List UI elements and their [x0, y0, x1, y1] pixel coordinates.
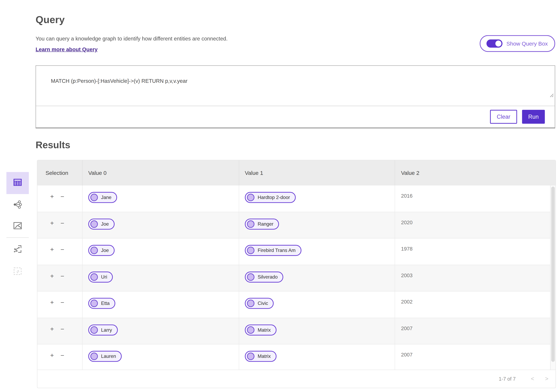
results-table: Selection Value 0 Value 1 Value 2 + − Ja… [37, 160, 556, 388]
collapse-row-button[interactable]: − [61, 326, 64, 332]
node-circle-icon [247, 300, 254, 307]
expand-row-button[interactable]: + [50, 220, 54, 226]
table-row: + − Etta Civic 2002 [37, 292, 550, 318]
year-value: 2016 [395, 185, 550, 212]
collapse-row-button[interactable]: − [61, 220, 64, 226]
person-node-chip[interactable]: Etta [88, 298, 115, 309]
expand-row-button[interactable]: + [50, 299, 54, 306]
node-circle-icon [247, 247, 254, 254]
pagination-next-icon[interactable]: > [545, 376, 549, 382]
node-circle-icon [90, 220, 98, 228]
year-value: 2007 [395, 318, 550, 344]
query-toolbar: Clear Run [36, 106, 555, 127]
sidebar-item-network-view[interactable] [10, 198, 25, 212]
node-circle-icon [247, 353, 254, 360]
network-icon [13, 200, 22, 210]
vehicle-node-chip[interactable]: Silverado [245, 271, 283, 283]
table-scrollbar-thumb[interactable] [551, 187, 555, 362]
sidebar-item-selection-tool[interactable] [10, 265, 25, 279]
table-icon [14, 179, 22, 187]
person-node-chip[interactable]: Joe [88, 245, 114, 256]
toggle-switch-icon[interactable] [487, 39, 503, 48]
node-circle-icon [90, 194, 98, 201]
node-circle-icon [90, 353, 98, 360]
collapse-row-button[interactable]: − [61, 246, 64, 253]
table-row: + − Joe Ranger 2020 [37, 212, 550, 238]
collapse-row-button[interactable]: − [61, 299, 64, 306]
vehicle-node-chip[interactable]: Civic [245, 298, 274, 309]
node-circle-icon [247, 220, 254, 228]
sidebar-divider [7, 237, 29, 238]
column-header-value0: Value 0 [82, 160, 239, 185]
expand-row-button[interactable]: + [50, 273, 54, 279]
column-header-value2: Value 2 [395, 160, 556, 185]
collapse-row-button[interactable]: − [61, 273, 64, 279]
vehicle-node-chip[interactable]: Matrix [245, 324, 277, 335]
node-circle-icon [247, 194, 254, 201]
collapse-row-button[interactable]: − [61, 193, 64, 200]
node-circle-icon [90, 326, 98, 334]
node-circle-icon [90, 247, 98, 254]
year-value: 2007 [395, 344, 550, 371]
year-value: 2002 [395, 292, 550, 318]
vehicle-node-chip[interactable]: Firebird Trans Am [245, 245, 301, 256]
page-title: Query [35, 14, 65, 25]
expand-row-button[interactable]: + [50, 246, 54, 253]
node-circle-icon [90, 300, 98, 307]
table-row: + − Lauren Matrix 2007 [37, 344, 550, 371]
vehicle-node-chip[interactable]: Ranger [245, 218, 279, 229]
node-circle-icon [247, 273, 254, 281]
table-row: + − Larry Matrix 2007 [37, 318, 550, 344]
expand-row-button[interactable]: + [50, 193, 54, 200]
node-circle-icon [90, 273, 98, 281]
page-description: You can query a knowledge graph to ident… [35, 35, 228, 42]
page: Query You can query a knowledge graph to… [0, 0, 558, 392]
table-row: + − Uri Silverado 2003 [37, 265, 550, 292]
learn-more-link[interactable]: Learn more about Query [35, 46, 97, 52]
column-header-value1: Value 1 [239, 160, 395, 185]
route-icon [13, 222, 22, 231]
collapse-row-button[interactable]: − [61, 352, 64, 359]
query-textarea[interactable]: MATCH (p:Person)-[:HasVehicle]->(v) RETU… [36, 66, 555, 106]
sidebar-item-route-view[interactable] [10, 219, 25, 234]
person-node-chip[interactable]: Joe [88, 218, 114, 229]
table-scrollbar-track[interactable] [550, 185, 556, 370]
results-title: Results [35, 140, 70, 151]
node-circle-icon [247, 326, 254, 334]
year-value: 1978 [395, 239, 550, 265]
show-query-box-toggle[interactable]: Show Query Box [480, 35, 555, 52]
person-node-chip[interactable]: Jane [88, 192, 117, 203]
graph-export-icon [13, 245, 22, 254]
vehicle-node-chip[interactable]: Hardtop 2-door [245, 192, 296, 203]
vehicle-node-chip[interactable]: Matrix [245, 351, 277, 362]
table-row: + − Joe Firebird Trans Am 1978 [37, 239, 550, 265]
selection-icon [13, 267, 22, 276]
column-header-selection: Selection [37, 160, 82, 185]
table-row: + − Jane Hardtop 2-door 2016 [37, 185, 550, 212]
query-text: MATCH (p:Person)-[:HasVehicle]->(v) RETU… [51, 78, 187, 84]
clear-button[interactable]: Clear [490, 110, 517, 124]
results-table-header: Selection Value 0 Value 1 Value 2 [37, 160, 555, 185]
pagination-prev-icon[interactable]: < [531, 376, 534, 382]
toggle-label: Show Query Box [506, 40, 548, 47]
expand-row-button[interactable]: + [50, 326, 54, 332]
resize-grip-icon[interactable] [537, 86, 554, 105]
query-editor-panel: MATCH (p:Person)-[:HasVehicle]->(v) RETU… [35, 65, 555, 128]
sidebar-item-table-view[interactable] [7, 172, 29, 194]
year-value: 2020 [395, 212, 550, 238]
person-node-chip[interactable]: Larry [88, 324, 118, 335]
person-node-chip[interactable]: Lauren [88, 351, 122, 362]
pagination-range: 1-7 of 7 [499, 376, 516, 382]
person-node-chip[interactable]: Uri [88, 271, 113, 283]
run-button[interactable]: Run [522, 110, 545, 124]
toggle-knob [496, 41, 501, 46]
year-value: 2003 [395, 265, 550, 291]
expand-row-button[interactable]: + [50, 352, 54, 359]
sidebar-item-open-in-graph[interactable] [10, 242, 25, 257]
table-footer: 1-7 of 7 < > [37, 370, 555, 388]
